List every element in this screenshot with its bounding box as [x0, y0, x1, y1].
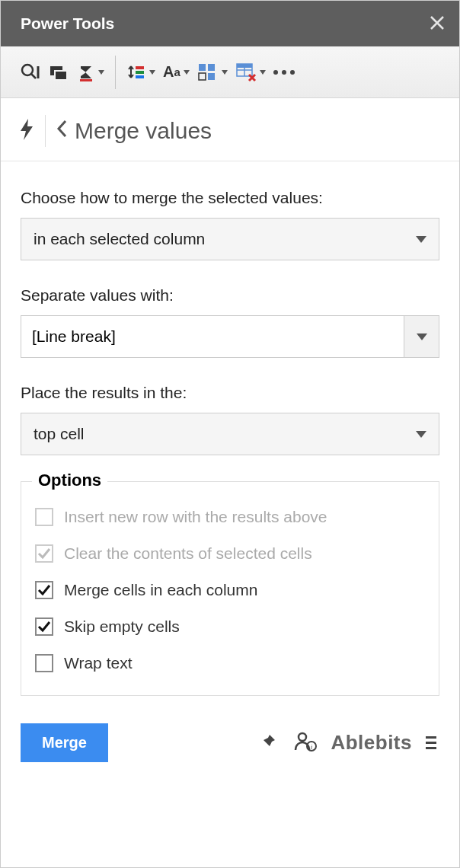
chevron-down-icon	[416, 236, 426, 243]
wrap-text-option[interactable]: Wrap text	[35, 645, 425, 681]
footer: Merge i Ablebits	[1, 716, 459, 780]
checkbox-checked-icon	[35, 617, 53, 636]
merge-button[interactable]: Merge	[21, 723, 108, 762]
clear-contents-label: Clear the contents of selected cells	[64, 544, 312, 563]
more-tools-icon[interactable]	[272, 67, 296, 78]
svg-rect-4	[55, 71, 67, 80]
options-fieldset: Options Insert new row with the results …	[21, 481, 439, 696]
skip-empty-label: Skip empty cells	[64, 617, 180, 636]
svg-point-0	[22, 65, 33, 75]
checkbox-unchecked-icon	[35, 508, 53, 526]
svg-rect-6	[136, 66, 144, 69]
insert-row-option: Insert new row with the results above	[35, 499, 425, 535]
svg-rect-16	[237, 64, 252, 68]
sheets-tool-icon[interactable]	[46, 59, 71, 86]
merge-how-label: Choose how to merge the selected values:	[21, 189, 439, 207]
separator-dropdown-button[interactable]	[404, 316, 439, 357]
wrap-text-label: Wrap text	[64, 654, 132, 672]
text-tool-icon[interactable]: Aa	[161, 60, 191, 84]
place-results-label: Place the results in the:	[21, 384, 439, 402]
checkbox-checked-icon	[35, 544, 53, 563]
svg-point-17	[299, 733, 306, 741]
svg-rect-7	[136, 71, 144, 74]
brand-label: Ablebits	[331, 731, 412, 755]
title-bar: Power Tools	[1, 1, 459, 46]
chevron-left-icon	[56, 120, 67, 143]
svg-text:i: i	[311, 743, 313, 751]
separator-value: [Line break]	[21, 316, 404, 357]
person-info-icon[interactable]: i	[291, 728, 320, 758]
chevron-down-icon	[417, 333, 427, 340]
breadcrumb: Merge values	[1, 98, 459, 161]
split-tool-icon[interactable]	[196, 59, 229, 85]
sigma-tool-icon[interactable]	[75, 60, 106, 85]
checkbox-checked-icon	[35, 581, 53, 599]
merge-cells-option[interactable]: Merge cells in each column	[35, 572, 425, 608]
magnify-tool-icon[interactable]	[18, 59, 42, 86]
toolbar: Aa	[1, 46, 459, 98]
page-title: Merge values	[75, 118, 212, 144]
place-results-value: top cell	[34, 425, 85, 443]
svg-rect-10	[208, 64, 215, 71]
svg-rect-5	[80, 79, 92, 81]
clear-contents-option: Clear the contents of selected cells	[35, 535, 425, 572]
svg-rect-8	[136, 75, 144, 78]
svg-line-1	[31, 74, 36, 78]
skip-empty-option[interactable]: Skip empty cells	[35, 608, 425, 645]
checkbox-unchecked-icon	[35, 654, 53, 672]
separator-combo[interactable]: [Line break]	[21, 315, 439, 358]
options-legend: Options	[32, 471, 107, 490]
svg-rect-12	[208, 73, 215, 80]
sort-tool-icon[interactable]	[125, 59, 157, 85]
insert-row-label: Insert new row with the results above	[64, 508, 327, 526]
svg-rect-11	[199, 73, 206, 80]
separator-label: Separate values with:	[21, 286, 439, 305]
close-icon[interactable]	[429, 12, 446, 35]
place-results-select[interactable]: top cell	[21, 413, 439, 455]
merge-how-value: in each selected column	[34, 230, 205, 248]
chevron-down-icon	[416, 431, 426, 438]
window-title: Power Tools	[21, 14, 114, 33]
merge-how-select[interactable]: in each selected column	[21, 218, 439, 260]
menu-icon[interactable]	[423, 733, 439, 752]
back-button[interactable]: Merge values	[56, 118, 212, 144]
svg-rect-9	[199, 64, 206, 71]
merge-cells-label: Merge cells in each column	[64, 581, 257, 599]
bolt-icon	[19, 117, 34, 145]
clear-grid-tool-icon[interactable]	[234, 59, 267, 85]
pin-icon[interactable]	[256, 729, 280, 757]
